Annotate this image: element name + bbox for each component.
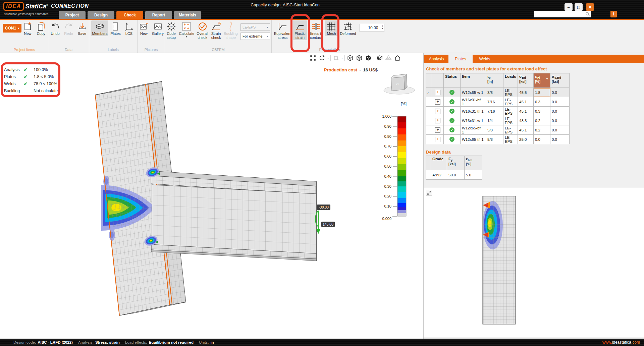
col-status[interactable]: Status [444, 73, 461, 88]
logo-statica: StatiCa® [25, 3, 48, 10]
col-sced[interactable]: σc,Ed[ksi] [550, 73, 570, 88]
tab-check[interactable]: Check [116, 11, 143, 19]
copy-project-item-button[interactable]: Copy [35, 20, 48, 36]
code-setup-button[interactable]: </> Code setup [165, 20, 177, 40]
hidden-line-view-icon[interactable] [356, 55, 363, 61]
table-row[interactable]: + ✓ W16x31-tfl 1 7/16 LE-EPS 45.1 0.3 0.… [426, 107, 570, 116]
expand-row-button[interactable]: + [435, 127, 440, 133]
plastic-strain-toggle[interactable]: Plastic strain [293, 20, 307, 40]
table-row[interactable]: + ✓ W16x31-bfl 1 7/16 LE-EPS 45.1 0.3 0.… [426, 97, 570, 107]
section-view-icon[interactable] [376, 55, 383, 61]
stress-curve-icon [277, 21, 288, 32]
home-view-icon[interactable] [394, 55, 401, 61]
members-toggle[interactable]: Members [91, 20, 109, 36]
row-expander-icon[interactable]: › [427, 90, 429, 95]
chevron-down-icon: ▾ [267, 26, 268, 29]
equivalent-stress-toggle[interactable]: Equivalent stress [273, 20, 292, 40]
col-grade[interactable]: Grade [431, 156, 447, 170]
overall-check-button[interactable]: Overall check [196, 20, 209, 40]
search-box[interactable] [534, 11, 591, 17]
expand-row-button[interactable]: + [435, 90, 440, 95]
tab-welds[interactable]: Welds [473, 55, 497, 63]
model-view[interactable]: -30.00 145.00 +Y [%] 1.000 0.90 0.80 0.7… [0, 54, 423, 339]
search-input[interactable] [535, 12, 585, 16]
analysis-type: Analysis:Stress, strain [78, 340, 120, 344]
summary-row-welds: Welds ✔ 78.9 < 100% [4, 80, 60, 87]
expand-row-button[interactable]: + [435, 99, 440, 105]
spin-up-icon[interactable]: ▲ [382, 24, 384, 27]
minimize-button[interactable]: – [565, 3, 573, 11]
plate-detail-view[interactable] [424, 188, 644, 337]
wireframe-view-icon[interactable] [346, 55, 354, 61]
solid-view-icon[interactable] [365, 55, 372, 61]
group-label-labels: Labels [89, 48, 137, 52]
status-ok-icon: ✓ [449, 109, 454, 114]
table-row[interactable]: + ✓ W16x31-w 1 1/4 LE-EPS 43.3 0.2 0.0 [426, 116, 570, 125]
new-picture-button[interactable]: New [138, 20, 150, 36]
status-ok-icon: ✓ [449, 137, 454, 142]
deformed-scale-stepper[interactable]: ▲ ▼ [360, 24, 384, 32]
sort-desc-icon[interactable]: ▼ [546, 77, 548, 80]
spin-down-icon[interactable]: ▼ [382, 27, 384, 30]
save-button[interactable]: Save [76, 20, 89, 36]
maximize-button[interactable]: ▢ [575, 3, 583, 11]
chevron-down-icon[interactable]: ▾ [327, 57, 329, 60]
svg-text:+: + [184, 23, 186, 26]
undo-button[interactable]: Undo [49, 20, 62, 36]
close-button[interactable]: ✕ [586, 3, 594, 11]
tab-project[interactable]: Project [59, 11, 86, 19]
plate-detail-canvas[interactable] [424, 188, 644, 337]
tab-analysis[interactable]: Analysis [424, 55, 448, 63]
extreme-filter-select[interactable]: For extreme ▾ [240, 33, 270, 40]
col-epl-sorted[interactable]: εPl▼[%] [534, 73, 550, 88]
table-row[interactable]: + ✓ W12x65-bfl 1 5/8 LE-EPS 45.1 0.2 0.0 [426, 125, 570, 135]
table-row[interactable]: + ✓ W12x65-tfl 1 5/8 LE-EPS 25.0 0.0 0.0 [426, 135, 570, 144]
search-icon [585, 12, 590, 16]
lcs-toggle[interactable]: LCS [122, 20, 135, 36]
col-fy[interactable]: Fy[ksi] [447, 156, 465, 170]
beam-member[interactable] [151, 171, 316, 261]
col-sed[interactable]: σEd[ksi] [518, 73, 534, 88]
chevron-down-icon[interactable]: ▾ [341, 57, 343, 60]
website-link[interactable]: www.ideastatica.com [602, 339, 640, 346]
analysis-model-select[interactable]: LE-EPS ▾ [240, 23, 270, 31]
tab-design[interactable]: Design [88, 11, 114, 19]
mirror-view-icon[interactable] [385, 55, 392, 61]
expand-row-button[interactable]: + [435, 137, 440, 142]
expand-view-button[interactable] [426, 190, 432, 196]
buckling-curve-icon [225, 21, 236, 32]
col-item[interactable]: Item [461, 73, 486, 88]
tab-report[interactable]: Report [145, 11, 172, 19]
connection-selector[interactable]: CON1▾ [3, 24, 21, 33]
deformed-scale-input[interactable] [360, 24, 378, 32]
stress-in-contact-toggle[interactable]: Stress in contact [308, 20, 324, 40]
tab-materials[interactable]: Materials [174, 11, 201, 19]
col-loads[interactable]: Loads [503, 73, 518, 88]
svg-text:0.40: 0.40 [384, 174, 391, 178]
zoom-extents-icon[interactable] [309, 55, 317, 61]
module-name: CONNECTION [51, 3, 89, 9]
gallery-icon [153, 21, 163, 32]
new-project-item-button[interactable]: New [21, 20, 34, 36]
calculate-button[interactable]: +−×÷ Calculate ▾ [178, 20, 195, 39]
deformed-toggle[interactable]: Deformed [339, 20, 357, 36]
info-button[interactable]: i [610, 11, 617, 17]
zoom-window-icon[interactable] [332, 55, 340, 61]
redo-button[interactable]: Redo [62, 20, 75, 36]
view-cube[interactable]: +Y [384, 74, 415, 94]
plates-toggle[interactable]: Plates [109, 20, 122, 36]
gear-icon: </> [166, 21, 177, 32]
buckling-shape-button[interactable]: Buckling shape [223, 20, 238, 40]
gallery-button[interactable]: Gallery [151, 20, 165, 36]
expand-row-button[interactable]: + [435, 118, 440, 123]
table-row[interactable]: › + ✓ W12x65-w 1 3/8 LE-EPS 45.5 1.8 0.0 [426, 88, 570, 97]
expand-row-button[interactable]: + [435, 109, 440, 114]
col-eps-lim[interactable]: εlim[%] [465, 156, 482, 170]
rotate-view-icon[interactable] [318, 55, 326, 61]
strain-check-button[interactable]: % Strain check [210, 20, 222, 40]
tab-plates[interactable]: Plates [448, 55, 473, 63]
selected-strain-cell: 1.8 [534, 88, 550, 97]
col-tp[interactable]: tp[in] [486, 73, 503, 88]
mesh-toggle[interactable]: Mesh [325, 20, 338, 36]
design-data-row[interactable]: A992 50.0 5.0 [426, 170, 482, 180]
